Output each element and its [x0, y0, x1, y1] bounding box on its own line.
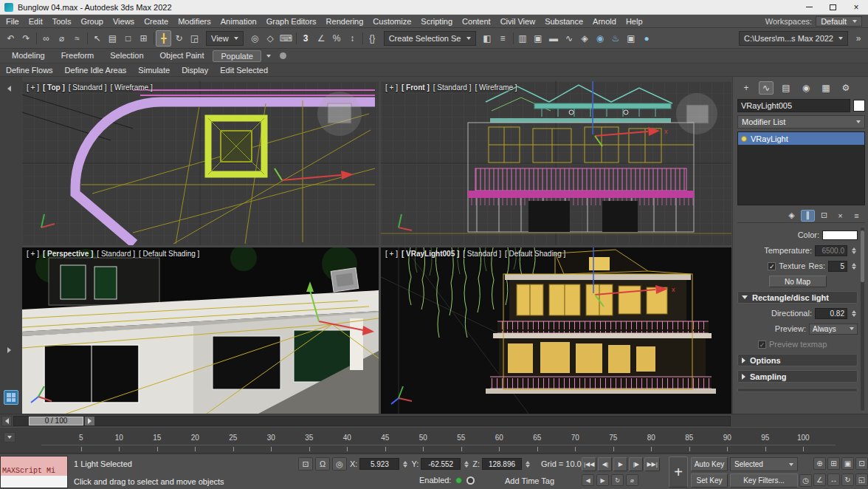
field-of-view-icon[interactable]: ∠	[813, 473, 826, 486]
texture-checkbox[interactable]: ✓	[768, 262, 776, 270]
menu-item[interactable]: Content	[462, 17, 491, 26]
menu-item[interactable]: File	[6, 17, 19, 26]
selection-lock-icon[interactable]: Ω	[315, 457, 330, 471]
menu-item[interactable]: Animation	[221, 17, 257, 26]
spinner[interactable]	[402, 461, 409, 468]
go-to-end-button[interactable]: ▶▶|	[644, 457, 659, 471]
define-idle-areas-button[interactable]: Define Idle Areas	[65, 66, 127, 75]
maxscript-mini-listener[interactable]: MAXScript Mi	[0, 456, 68, 488]
temperature-field[interactable]: 6500.0	[815, 245, 847, 256]
viewport-top[interactable]: [ + ] [ Top ] [ Standard ] [ Wireframe ]	[22, 81, 379, 245]
directional-field[interactable]: 0.82	[815, 308, 847, 319]
viewport-shading-menu[interactable]: [ Default Shading ]	[139, 250, 199, 258]
light-viewport-canvas[interactable]: x	[381, 247, 731, 414]
top-viewport-canvas[interactable]	[22, 81, 379, 245]
maximize-button[interactable]	[821, 0, 844, 14]
res-field[interactable]: 5	[828, 261, 847, 272]
display-button[interactable]: Display	[182, 66, 208, 75]
menu-item[interactable]: Help	[626, 17, 643, 26]
viewport-general-menu[interactable]: [ + ]	[27, 250, 39, 258]
use-pivot-center-icon[interactable]: ◎	[247, 30, 263, 47]
previous-frame-arrow[interactable]	[1, 416, 12, 426]
hierarchy-tab-icon[interactable]: ▤	[779, 81, 793, 95]
spinner[interactable]	[850, 310, 858, 317]
spinner-snap-icon[interactable]: ↕	[345, 30, 360, 47]
menu-item[interactable]: Scripting	[421, 17, 452, 26]
project-folder-dropdown[interactable]: C:\Users\m...s Max 2022	[739, 31, 848, 46]
material-editor-icon[interactable]: ◉	[593, 30, 608, 47]
object-color-swatch[interactable]	[853, 100, 865, 112]
modifier-stack[interactable]: VRayLight	[737, 131, 865, 205]
menu-item[interactable]: Arnold	[593, 17, 616, 26]
set-key-button[interactable]: Set Key	[691, 473, 728, 488]
window-crossing-icon[interactable]: ⊞	[136, 30, 151, 47]
maxscript-listener-line[interactable]	[1, 476, 67, 488]
named-selection-sets-icon[interactable]: {}	[365, 30, 380, 47]
scrollbar-thumb[interactable]	[861, 230, 864, 282]
menu-item[interactable]: Tools	[52, 17, 72, 26]
select-and-rotate-icon[interactable]: ↻	[171, 30, 187, 47]
zoom-extents-icon[interactable]: ▣	[841, 457, 854, 470]
menu-item[interactable]: Group	[80, 17, 103, 26]
collapse-arrow-icon[interactable]	[7, 86, 11, 92]
unlink-selection-icon[interactable]: ⌀	[54, 30, 69, 47]
curve-editor-icon[interactable]: ∿	[562, 30, 577, 47]
make-unique-icon[interactable]: ⊡	[817, 210, 831, 222]
enabled-status-icon[interactable]	[455, 477, 462, 484]
motion-tab-icon[interactable]: ◉	[799, 81, 813, 95]
x-coordinate-field[interactable]: 5.923	[359, 458, 399, 470]
layer-manager-icon[interactable]: ▣	[531, 30, 546, 47]
pin-stack-icon[interactable]: ◈	[785, 210, 799, 222]
modifier-stack-item[interactable]: VRayLight	[738, 132, 864, 145]
select-and-link-icon[interactable]: ∞	[38, 30, 54, 47]
next-key-icon[interactable]: ▶	[596, 474, 609, 486]
percent-snap-icon[interactable]: %	[329, 30, 345, 47]
isolate-selection-icon[interactable]: ⊡	[298, 457, 313, 471]
menu-item[interactable]: Civil View	[500, 17, 535, 26]
preview-dropdown[interactable]: Always	[809, 324, 858, 335]
scene-explorer-icon[interactable]: ▥	[515, 30, 531, 47]
configure-modifier-sets-icon[interactable]: ≡	[850, 210, 864, 222]
viewport-pov-menu[interactable]: [ VRayLight005 ]	[402, 250, 459, 258]
redo-icon[interactable]: ↷	[18, 30, 34, 47]
z-coordinate-field[interactable]: 128.896	[482, 458, 522, 470]
ribbon-tab-selection[interactable]: Selection	[103, 50, 151, 62]
select-by-name-icon[interactable]: ▤	[105, 30, 120, 47]
orbit-icon[interactable]: ↻	[841, 473, 854, 486]
keying-target-dropdown[interactable]: Selected	[730, 457, 798, 471]
viewport-general-menu[interactable]: [ + ]	[27, 83, 39, 92]
preview-texmap-checkbox[interactable]: ✓	[758, 341, 766, 349]
maximize-viewport-toggle-icon[interactable]: ◱	[855, 473, 868, 486]
absolute-mode-icon[interactable]: ◎	[332, 457, 347, 471]
close-button[interactable]: ×	[844, 0, 868, 14]
rendered-frame-window-icon[interactable]: ▣	[624, 30, 639, 47]
viewport-layout-tabs-icon[interactable]	[4, 390, 18, 405]
ribbon-tab-populate[interactable]: Populate	[213, 50, 261, 62]
previous-key-icon[interactable]: ◀	[582, 474, 594, 486]
viewport-pov-menu[interactable]: [ Front ]	[402, 83, 430, 92]
viewport-general-menu[interactable]: [ + ]	[385, 250, 398, 258]
time-slider-handle[interactable]: 0 / 100	[29, 417, 83, 425]
viewport-general-menu[interactable]: [ + ]	[385, 83, 398, 92]
pan-icon[interactable]: ↔	[827, 473, 840, 486]
menu-item[interactable]: Modifiers	[178, 17, 211, 26]
rollout-options[interactable]: Options	[737, 354, 858, 366]
key-mode-toggle-icon[interactable]: ⌀	[626, 474, 638, 486]
minimize-button[interactable]	[797, 0, 821, 14]
ribbon-flyout-caret-icon[interactable]	[263, 55, 275, 58]
render-production-icon[interactable]: ●	[639, 30, 655, 47]
rollout-sampling[interactable]: Sampling	[737, 370, 858, 383]
remove-modifier-icon[interactable]: ×	[833, 210, 847, 222]
edit-selected-button[interactable]: Edit Selected	[220, 66, 268, 75]
viewport-shading-menu[interactable]: [ Wireframe ]	[110, 83, 152, 92]
select-object-icon[interactable]: ↖	[89, 30, 105, 47]
viewport-pov-menu[interactable]: [ Perspective ]	[43, 250, 93, 258]
schematic-view-icon[interactable]: ◈	[577, 30, 593, 47]
next-frame-arrow[interactable]	[85, 417, 94, 425]
ribbon-toggle-icon[interactable]: ▬	[546, 30, 562, 47]
utilities-tab-icon[interactable]: ⚙	[838, 81, 853, 95]
menu-item[interactable]: Views	[113, 17, 134, 26]
params-scrollbar[interactable]	[861, 228, 864, 411]
front-viewport-canvas[interactable]: x	[381, 81, 731, 245]
menu-item[interactable]: Customize	[373, 17, 411, 26]
